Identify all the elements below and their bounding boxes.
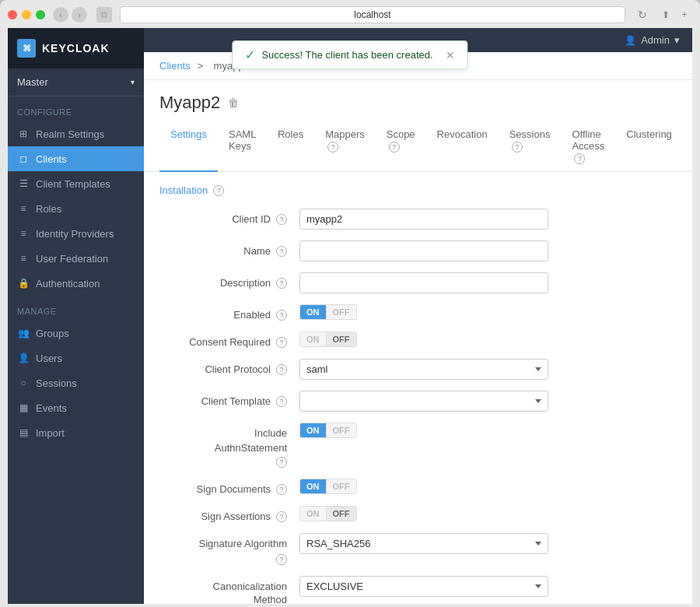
client-id-help-icon[interactable]: ? <box>276 214 287 225</box>
enabled-label: Enabled ? <box>159 304 299 321</box>
scope-help-icon[interactable]: ? <box>389 142 400 153</box>
tab-settings[interactable]: Settings <box>159 122 218 172</box>
tab-roles[interactable]: Roles <box>267 122 314 172</box>
enabled-toggle[interactable]: ON OFF <box>299 304 357 320</box>
enabled-on-button[interactable]: ON <box>300 305 326 319</box>
sidebar-item-label: User Federation <box>36 253 108 265</box>
sidebar-item-groups[interactable]: 👥 Groups <box>8 321 144 346</box>
page-title: Myapp2 <box>159 93 220 113</box>
sign-assertions-on-button[interactable]: ON <box>300 507 326 521</box>
sidebar-item-roles[interactable]: ≡ Roles <box>8 196 144 221</box>
realm-selector[interactable]: Master ▾ <box>8 68 144 96</box>
client-template-help-icon[interactable]: ? <box>276 396 287 407</box>
authentication-icon: 🔒 <box>17 277 30 289</box>
sign-documents-toggle[interactable]: ON OFF <box>299 479 357 494</box>
consent-off-button[interactable]: OFF <box>326 332 356 346</box>
sidebar-item-clients[interactable]: ◻ Clients <box>8 146 144 171</box>
sidebar-item-sessions[interactable]: ○ Sessions <box>8 370 144 395</box>
name-input[interactable] <box>299 240 548 261</box>
toast-message: Success! The client has been created. <box>261 49 432 61</box>
address-bar[interactable]: localhost <box>120 6 625 23</box>
tab-clustering[interactable]: Clustering <box>615 122 683 172</box>
configure-section-label: Configure <box>8 96 144 121</box>
delete-client-button[interactable]: 🗑 <box>228 96 239 109</box>
share-button[interactable]: ⬆ <box>658 7 674 23</box>
sidebar-item-user-federation[interactable]: ≡ User Federation <box>8 246 144 271</box>
client-id-control <box>299 209 677 230</box>
import-icon: ▤ <box>17 426 30 439</box>
content-area: Installation ? Client ID ? Nam <box>144 172 692 604</box>
add-tab-button[interactable]: + <box>677 7 692 23</box>
consent-required-label: Consent Required ? <box>159 332 299 348</box>
signature-algorithm-label: Signature Algorithm ? <box>159 533 299 565</box>
signature-algorithm-select[interactable]: RSA_SHA256 RSA_SHA1 RSA_SHA512 DSA_SHA1 <box>299 533 548 554</box>
tab-scope[interactable]: Scope ? <box>376 122 426 172</box>
client-protocol-help-icon[interactable]: ? <box>276 364 287 375</box>
sidebar-item-import[interactable]: ▤ Import <box>8 420 144 445</box>
client-id-input[interactable] <box>299 209 548 230</box>
mappers-help-icon[interactable]: ? <box>327 142 338 153</box>
admin-chevron-icon: ▾ <box>674 34 680 46</box>
sidebar-item-identity-providers[interactable]: ≡ Identity Providers <box>8 221 144 246</box>
tab-mappers[interactable]: Mappers ? <box>314 122 376 172</box>
sidebar-item-events[interactable]: ▦ Events <box>8 395 144 420</box>
tab-sessions[interactable]: Sessions ? <box>499 122 562 172</box>
sidebar-item-client-templates[interactable]: ☰ Client Templates <box>8 171 144 196</box>
include-authn-group: Include AuthnStatement ? ON OFF <box>159 423 677 468</box>
sign-assertions-help-icon[interactable]: ? <box>276 511 287 522</box>
enabled-off-button[interactable]: OFF <box>326 305 356 319</box>
sign-documents-help-icon[interactable]: ? <box>276 484 287 495</box>
client-protocol-select[interactable]: saml openid-connect <box>299 359 548 380</box>
enabled-help-icon[interactable]: ? <box>276 310 287 321</box>
sign-assertions-toggle[interactable]: ON OFF <box>299 506 357 521</box>
description-group: Description ? <box>159 272 677 293</box>
consent-help-icon[interactable]: ? <box>276 337 287 348</box>
sidebar-item-label: Realm Settings <box>36 128 104 140</box>
window-btn: ⊡ <box>96 7 112 23</box>
sidebar-item-label: Users <box>36 353 62 364</box>
name-group: Name ? <box>159 240 677 261</box>
sign-docs-off-button[interactable]: OFF <box>326 479 356 493</box>
include-authn-off-button[interactable]: OFF <box>326 423 356 437</box>
tab-revocation[interactable]: Revocation <box>426 122 499 172</box>
forward-button[interactable]: › <box>72 7 87 23</box>
consent-on-button[interactable]: ON <box>300 332 326 346</box>
breadcrumb-clients-link[interactable]: Clients <box>159 60 191 72</box>
toast-close-button[interactable]: ✕ <box>446 49 455 61</box>
tab-saml-keys[interactable]: SAML Keys <box>218 122 267 172</box>
traffic-light-close[interactable] <box>8 10 17 19</box>
installation-link[interactable]: Installation <box>159 184 208 196</box>
admin-menu[interactable]: 👤 Admin ▾ <box>625 34 680 46</box>
sidebar-item-label: Roles <box>36 203 61 215</box>
include-authn-on-button[interactable]: ON <box>300 423 326 437</box>
realm-name: Master <box>17 76 48 88</box>
installation-help-icon[interactable]: ? <box>213 185 224 196</box>
users-icon: 👤 <box>17 352 30 364</box>
sidebar-item-realm-settings[interactable]: ⊞ Realm Settings <box>8 121 144 146</box>
sidebar-item-label: Identity Providers <box>36 228 114 240</box>
brand-bar: ⌘ KEYCLOAK <box>8 28 144 68</box>
description-help-icon[interactable]: ? <box>276 278 287 289</box>
traffic-light-maximize[interactable] <box>36 10 45 19</box>
sign-docs-on-button[interactable]: ON <box>300 479 326 493</box>
signature-algorithm-help-icon[interactable]: ? <box>276 554 287 565</box>
reload-button[interactable]: ↻ <box>638 9 647 21</box>
sidebar-item-authentication[interactable]: 🔒 Authentication <box>8 271 144 296</box>
include-authn-help-icon[interactable]: ? <box>276 457 287 468</box>
client-template-select[interactable] <box>299 391 548 412</box>
description-input[interactable] <box>299 272 548 293</box>
sidebar-item-label: Authentication <box>36 278 100 289</box>
sessions-help-icon[interactable]: ? <box>512 142 523 153</box>
consent-required-toggle[interactable]: ON OFF <box>299 332 357 347</box>
name-help-icon[interactable]: ? <box>276 246 287 257</box>
tab-offline-access[interactable]: Offline Access ? <box>561 122 615 172</box>
realm-chevron-icon: ▾ <box>131 78 135 86</box>
sign-assertions-off-button[interactable]: OFF <box>326 507 356 521</box>
brand-name: KEYCLOAK <box>42 42 110 54</box>
traffic-light-minimize[interactable] <box>22 10 31 19</box>
back-button[interactable]: ‹ <box>53 7 68 23</box>
offline-help-icon[interactable]: ? <box>574 153 585 164</box>
include-authn-toggle[interactable]: ON OFF <box>299 423 357 438</box>
canonicalization-select[interactable]: EXCLUSIVE EXCLUSIVE_WITH_COMMENTS INCLUS… <box>299 576 548 597</box>
sidebar-item-users[interactable]: 👤 Users <box>8 346 144 370</box>
